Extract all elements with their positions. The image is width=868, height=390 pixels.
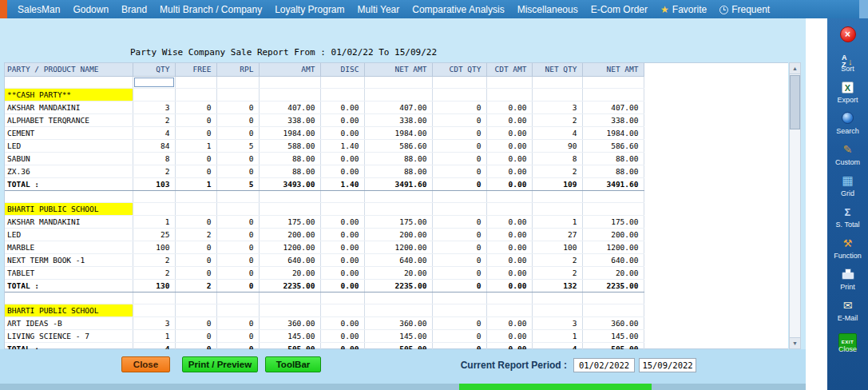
scroll-thumb[interactable] (790, 75, 800, 129)
column-header-net-amt[interactable]: NET AMT (364, 63, 432, 76)
scroll-down-icon[interactable]: ▼ (790, 337, 800, 348)
cell-value (259, 304, 320, 316)
cell-value: 0.00 (486, 139, 532, 152)
cell-value: 0 (432, 101, 486, 113)
table-row[interactable]: AKSHAR MANDAKINI300407.000.00407.0000.00… (5, 101, 644, 113)
menu-item-loyalty-program[interactable]: Loyalty Program (268, 0, 351, 18)
cell-value: 8 (133, 152, 175, 165)
table-row[interactable]: ART IDEAS -B300360.000.00360.0000.003360… (5, 316, 644, 329)
table-row[interactable]: NEXT TERM BOOK -1200640.000.00640.0000.0… (5, 253, 644, 266)
cell-value: 0 (216, 113, 259, 126)
cell-party-product: LED (5, 139, 133, 152)
cell-value: 0 (175, 241, 216, 253)
cell-value (364, 202, 432, 215)
column-header-party-product-name[interactable]: PARTY / PRODUCT NAME (5, 63, 133, 76)
cell-value: 4 (133, 126, 175, 139)
column-header-net-amt[interactable]: NET AMT (582, 63, 644, 76)
side-tool-grid[interactable]: ▦Grid (827, 173, 868, 200)
cell-value: 0 (216, 316, 259, 329)
menu-item-label: Favorite (672, 4, 707, 15)
table-row[interactable]: SABUN80088.000.0088.0000.00888.00 (5, 152, 644, 165)
menu-item-salesman[interactable]: SalesMan (11, 0, 66, 18)
qty-filter-input[interactable] (134, 78, 174, 87)
cell-value: 0 (216, 266, 259, 279)
side-tool-export[interactable]: XExport (827, 79, 868, 106)
cell-value (486, 292, 532, 304)
side-toolbar: × A↓ZSortXExportSearch✎Custom▦GridΣS. To… (827, 18, 868, 390)
side-tool-search[interactable]: Search (827, 110, 868, 137)
table-row[interactable]: LED2520200.000.00200.0000.0027200.00 (5, 228, 644, 241)
menu-item-e-com-order[interactable]: E-Com Order (585, 0, 654, 18)
print-preview-button[interactable]: Print / Preview (182, 356, 258, 372)
table-row[interactable]: ALPHABET TERQRANCE200338.000.00338.0000.… (5, 113, 644, 126)
menu-item-frequent[interactable]: Frequent (713, 0, 776, 18)
filter-cell (175, 76, 216, 88)
menu-item-favorite[interactable]: ★Favorite (654, 0, 713, 18)
side-tool-close[interactable]: EXITClose (827, 328, 868, 356)
cell-value: 0.00 (486, 228, 532, 241)
table-row[interactable]: MARBLE100001200.000.001200.0000.00100120… (5, 241, 644, 253)
toolbar-button[interactable]: ToolBar (265, 356, 321, 372)
group-total-row[interactable]: TOTAL :103153493.001.403491.6000.0010934… (5, 177, 644, 190)
report-table: PARTY / PRODUCT NAMEQTYFREERPLAMTDISCNET… (5, 63, 644, 356)
column-header-rpl[interactable]: RPL (216, 63, 259, 76)
side-tool-custom[interactable]: ✎Custom (827, 141, 868, 169)
column-header-amt[interactable]: AMT (259, 63, 320, 76)
cell-value: 0 (175, 266, 216, 279)
side-tool-label: E-Mail (827, 314, 868, 323)
group-header-row[interactable]: **CASH PARTY** (5, 88, 644, 101)
column-header-free[interactable]: FREE (175, 63, 216, 76)
menu-item-multi-year[interactable]: Multi Year (351, 0, 406, 18)
side-tool-label: Sort (827, 65, 868, 74)
cell-value: 1984.00 (259, 126, 320, 139)
side-tool-e-mail[interactable]: ✉E-Mail (827, 297, 868, 324)
cell-value: 0 (432, 241, 486, 253)
cell-value: 200.00 (582, 228, 644, 241)
cell-value (259, 88, 320, 101)
column-header-cdt-qty[interactable]: CDT QTY (432, 63, 486, 76)
period-from-input[interactable] (573, 358, 635, 372)
column-header-cdt-amt[interactable]: CDT AMT (486, 63, 532, 76)
side-tool-sort[interactable]: A↓ZSort (827, 48, 868, 75)
table-row[interactable]: TABLET20020.000.0020.0000.00220.00 (5, 266, 644, 279)
side-tool-s-total[interactable]: ΣS. Total (827, 204, 868, 231)
table-row[interactable]: LIVING SCIENCE - 7100145.000.00145.0000.… (5, 329, 644, 342)
menu-item-godown[interactable]: Godown (66, 0, 115, 18)
cell-value (582, 202, 644, 215)
group-header-row[interactable]: BHARTI PUBLIC SCHOOL (5, 202, 644, 215)
group-header-row[interactable]: BHARTI PUBLIC SCHOOL (5, 304, 644, 316)
cell-value: 2 (133, 165, 175, 177)
period-to-input[interactable] (639, 358, 696, 372)
column-header-net-qty[interactable]: NET QTY (532, 63, 582, 76)
cell-value (432, 202, 486, 215)
cell-party-product: ART IDEAS -B (5, 316, 133, 329)
cell-value: 0.00 (486, 126, 532, 139)
cell-value: 5 (216, 177, 259, 190)
side-tool-function[interactable]: ⚒Function (827, 235, 868, 262)
table-row[interactable]: LED8415588.001.40586.6000.0090586.60 (5, 139, 644, 152)
cell-value: 1200.00 (582, 241, 644, 253)
column-header-disc[interactable]: DISC (320, 63, 364, 76)
table-row[interactable]: AKSHAR MANDAKINI100175.000.00175.0000.00… (5, 215, 644, 228)
cell-party-product: CEMENT (5, 126, 133, 139)
window-close-button[interactable]: × (840, 26, 856, 42)
report-window: Party Wise Company Sale Report From : 01… (0, 18, 806, 390)
side-tool-label: Grid (827, 189, 868, 198)
group-total-row[interactable]: TOTAL :130202235.000.002235.0000.0013222… (5, 279, 644, 292)
cell-value: 360.00 (582, 316, 644, 329)
menu-item-brand[interactable]: Brand (115, 0, 153, 18)
menu-item-multi-branch-company[interactable]: Multi Branch / Company (153, 0, 268, 18)
menu-item-comparative-analysis[interactable]: Comparative Analysis (406, 0, 510, 18)
scroll-up-icon[interactable]: ▲ (790, 63, 800, 74)
column-header-qty[interactable]: QTY (133, 63, 175, 76)
cell-value: 0.00 (486, 279, 532, 292)
menu-item-miscellaneous[interactable]: Miscellaneous (511, 0, 585, 18)
table-row[interactable]: CEMENT4001984.000.001984.0000.0041984.00 (5, 126, 644, 139)
table-row[interactable]: ZX.3620088.000.0088.0000.00288.00 (5, 165, 644, 177)
side-tool-print[interactable]: Print (827, 266, 868, 293)
cell-value (532, 190, 582, 202)
cell-value: 0.00 (486, 215, 532, 228)
vertical-scrollbar[interactable]: ▲ ▼ (789, 62, 801, 349)
close-button[interactable]: Close (121, 356, 170, 372)
report-period-label: Current Report Period : (444, 360, 567, 371)
